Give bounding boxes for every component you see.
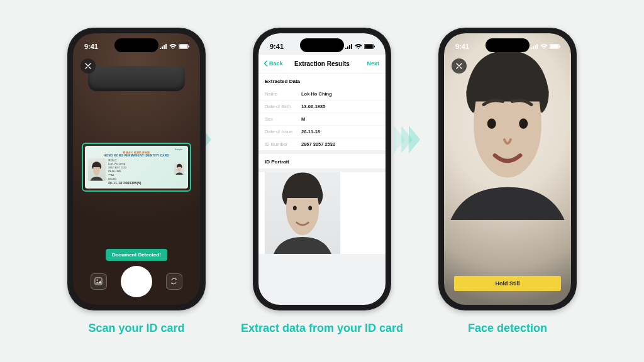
gallery-button[interactable] (91, 273, 107, 290)
field-row: Date of Birth13-06-1985 (258, 100, 386, 112)
document-detected-banner: Document Detected! (106, 249, 167, 261)
field-value: 2867 3057 2532 (301, 141, 335, 147)
status-icons (531, 44, 561, 49)
step-scan: 9:41 Sample 香港永久性居民身份證 HONG KONG PE (67, 28, 206, 335)
nav-title: Extraction Results (294, 60, 350, 67)
section-id-portrait: ID Portrait (258, 154, 386, 168)
id-header-en: HONG KONG PERMANENT IDENTITY CARD (88, 154, 185, 157)
id-portrait-image (265, 172, 340, 254)
id-issue: (06-96) (108, 177, 185, 180)
field-label: ID Number (265, 141, 301, 147)
status-icons (160, 44, 190, 49)
id-detection-frame: Sample 香港永久性居民身份證 HONG KONG PERMANENT ID… (82, 143, 191, 192)
field-row: NameLok Ho Ching (258, 88, 386, 100)
dynamic-island (300, 38, 344, 52)
field-label: Name (265, 91, 301, 97)
field-label: Date of Birth (265, 104, 301, 109)
field-row: SexM (258, 112, 386, 125)
dynamic-island (486, 38, 530, 52)
svg-point-10 (487, 118, 496, 128)
phone-frame-scan: 9:41 Sample 香港永久性居民身份證 HONG KONG PE (67, 28, 206, 310)
svg-rect-14 (560, 45, 560, 47)
svg-rect-1 (179, 45, 187, 48)
camera-controls (73, 266, 200, 297)
svg-point-11 (519, 118, 528, 128)
close-button[interactable] (80, 58, 96, 74)
field-value: 13-06-1985 (301, 104, 325, 109)
svg-point-9 (308, 206, 312, 210)
svg-point-4 (97, 280, 98, 281)
caption-scan: Scan your ID card (88, 322, 184, 335)
section-extracted-data: Extracted Data (258, 74, 386, 88)
id-name-en: LOK, Ho Ching (108, 162, 185, 165)
nav-back-label: Back (269, 60, 283, 67)
card-tray-graphic (88, 66, 185, 91)
id-dob: 03-06-1985 (108, 170, 185, 173)
dynamic-island (114, 38, 158, 52)
status-time: 9:41 (455, 43, 469, 50)
id-card: Sample 香港永久性居民身份證 HONG KONG PERMANENT ID… (85, 146, 188, 189)
svg-rect-7 (374, 45, 375, 47)
nav-next-label: Next (367, 60, 379, 67)
shutter-button[interactable] (121, 266, 152, 297)
status-time: 9:41 (84, 43, 98, 50)
status-icons (345, 44, 375, 49)
status-time: 9:41 (270, 43, 284, 50)
hold-still-banner: Hold Still (454, 276, 561, 291)
phone-frame-extract: 9:41 Back Extraction Results Next (253, 28, 391, 310)
close-icon (85, 63, 91, 69)
svg-rect-13 (550, 45, 558, 48)
face-camera-view (444, 33, 571, 305)
step-face: 9:41 Hold Still Face detection (438, 28, 577, 335)
switch-camera-icon (170, 277, 178, 285)
field-row: Date of Issue26-11-18 (258, 125, 386, 138)
step-extract: 9:41 Back Extraction Results Next (241, 28, 403, 335)
nav-bar: Back Extraction Results Next (258, 55, 386, 74)
field-label: Sex (265, 116, 301, 122)
id-photo (88, 158, 106, 181)
nav-next-button[interactable]: Next (367, 55, 379, 73)
svg-rect-3 (95, 278, 102, 285)
id-name-zh: 樂 浩 正 (108, 158, 185, 162)
id-small-photo (174, 162, 184, 175)
field-value: 26-11-18 (301, 129, 320, 134)
close-button[interactable] (452, 58, 467, 74)
svg-rect-2 (189, 45, 189, 47)
field-row: ID Number2867 3057 2532 (258, 138, 386, 150)
id-bottom: 26-11-18 2683365(5) (108, 181, 185, 185)
field-value: Lok Ho Ching (301, 91, 332, 97)
caption-extract: Extract data from your ID card (241, 322, 403, 335)
nav-back-button[interactable]: Back (264, 55, 283, 73)
field-value: M (301, 116, 305, 122)
svg-point-8 (293, 206, 297, 210)
field-label: Date of Issue (265, 129, 301, 134)
id-number: 2867 3057 2532 (108, 166, 185, 169)
phone-frame-face: 9:41 Hold Still (438, 28, 577, 310)
caption-face: Face detection (468, 322, 547, 335)
svg-rect-6 (365, 45, 373, 48)
id-stars: ***AJ (108, 173, 185, 177)
switch-camera-button[interactable] (166, 273, 182, 290)
gallery-icon (94, 277, 103, 285)
close-icon (456, 63, 462, 69)
chevron-left-icon (264, 60, 268, 67)
